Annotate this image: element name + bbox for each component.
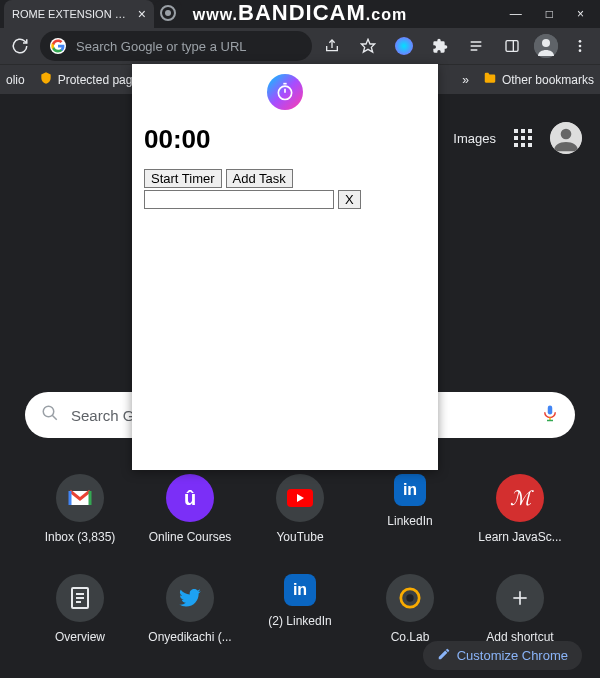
- menu-button[interactable]: [566, 32, 594, 60]
- linkedin-icon: in: [394, 474, 426, 506]
- toolbar-actions: [318, 32, 594, 60]
- task-input[interactable]: [144, 190, 334, 209]
- maximize-button[interactable]: □: [546, 7, 553, 21]
- ntp-top-links: Images: [453, 122, 582, 154]
- shortcut-twitter[interactable]: Onyedikachi (...: [137, 564, 243, 654]
- svg-marker-2: [361, 39, 374, 52]
- customize-chrome-button[interactable]: Customize Chrome: [423, 641, 582, 670]
- profile-avatar[interactable]: [550, 122, 582, 154]
- shortcut-linkedin2[interactable]: in (2) LinkedIn: [247, 564, 353, 654]
- window-controls: — □ ×: [510, 7, 596, 21]
- pencil-icon: [437, 647, 451, 664]
- bookmark-olio[interactable]: olio: [6, 73, 25, 87]
- svg-line-13: [52, 415, 57, 420]
- plus-icon: [496, 574, 544, 622]
- bookmarks-overflow[interactable]: »: [462, 73, 469, 87]
- bookmark-protected[interactable]: Protected pag: [39, 71, 133, 88]
- shortcut-linkedin[interactable]: in LinkedIn: [357, 464, 463, 554]
- remove-task-button[interactable]: X: [338, 190, 361, 209]
- svg-point-1: [165, 10, 171, 16]
- omnibox[interactable]: Search Google or type a URL: [40, 31, 312, 61]
- shortcut-youtube[interactable]: YouTube: [247, 464, 353, 554]
- document-icon: [56, 574, 104, 622]
- titlebar: ROME EXTENSION FOR × — □ ×: [0, 0, 600, 28]
- svg-point-8: [579, 45, 582, 48]
- avatar[interactable]: [534, 34, 558, 58]
- minimize-button[interactable]: —: [510, 7, 522, 21]
- svg-point-11: [561, 129, 572, 140]
- extension-popup: 00:00 Start Timer Add Task X: [132, 64, 438, 470]
- tab-rome-extension[interactable]: ROME EXTENSION FOR ×: [4, 0, 154, 28]
- add-task-button[interactable]: Add Task: [226, 169, 293, 188]
- timer-display: 00:00: [144, 124, 211, 155]
- svg-point-9: [579, 49, 582, 52]
- svg-point-12: [43, 406, 54, 417]
- shortcut-learnjs[interactable]: ℳ Learn JavaSc...: [467, 464, 573, 554]
- apps-icon[interactable]: [514, 129, 532, 147]
- panel-icon[interactable]: [498, 32, 526, 60]
- gmail-icon: [56, 474, 104, 522]
- tab-title: ROME EXTENSION FOR: [12, 8, 132, 20]
- close-button[interactable]: ×: [577, 7, 584, 21]
- star-icon[interactable]: [354, 32, 382, 60]
- search-icon: [41, 404, 59, 427]
- reload-button[interactable]: [6, 32, 34, 60]
- shield-icon: [39, 71, 53, 88]
- colab-icon: [386, 574, 434, 622]
- puzzle-icon[interactable]: [426, 32, 454, 60]
- folder-icon: [483, 71, 497, 88]
- tab-secondary[interactable]: [154, 0, 182, 28]
- shortcut-inbox[interactable]: Inbox (3,835): [27, 464, 133, 554]
- toolbar: Search Google or type a URL: [0, 28, 600, 64]
- twitter-icon: [166, 574, 214, 622]
- shortcut-overview[interactable]: Overview: [27, 564, 133, 654]
- google-icon: [50, 38, 66, 54]
- svg-point-7: [579, 40, 582, 43]
- shortcuts-grid: Inbox (3,835) û Online Courses YouTube i…: [27, 464, 573, 654]
- start-timer-button[interactable]: Start Timer: [144, 169, 222, 188]
- other-bookmarks[interactable]: Other bookmarks: [483, 71, 594, 88]
- shortcut-courses[interactable]: û Online Courses: [137, 464, 243, 554]
- chrome-icon: [160, 5, 176, 24]
- svg-rect-3: [506, 41, 518, 52]
- svg-point-23: [406, 594, 413, 601]
- mic-icon[interactable]: [541, 402, 559, 429]
- extension-icon[interactable]: [390, 32, 418, 60]
- stopwatch-icon: [267, 74, 303, 110]
- courses-icon: û: [166, 474, 214, 522]
- share-icon[interactable]: [318, 32, 346, 60]
- linkedin-icon: in: [284, 574, 316, 606]
- youtube-icon: [276, 474, 324, 522]
- close-icon[interactable]: ×: [138, 6, 146, 22]
- svg-rect-14: [548, 405, 553, 414]
- omnibox-placeholder: Search Google or type a URL: [76, 39, 247, 54]
- reading-list-icon[interactable]: [462, 32, 490, 60]
- learnjs-icon: ℳ: [496, 474, 544, 522]
- svg-point-6: [542, 39, 550, 47]
- images-link[interactable]: Images: [453, 131, 496, 146]
